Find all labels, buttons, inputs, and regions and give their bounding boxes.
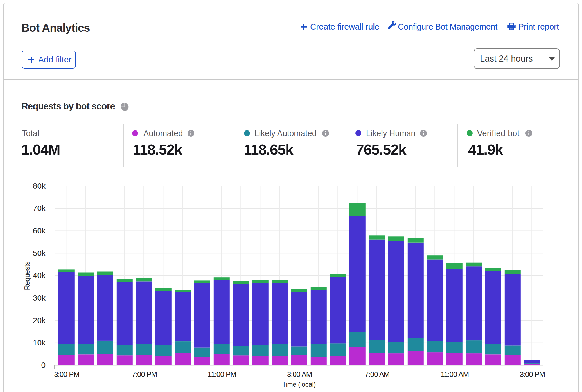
svg-text:7:00 AM: 7:00 AM (365, 370, 389, 379)
svg-text:3:00 PM: 3:00 PM (54, 370, 79, 379)
svg-text:3:00 PM: 3:00 PM (520, 370, 545, 379)
svg-text:7:00 PM: 7:00 PM (132, 370, 157, 379)
svg-text:0: 0 (41, 361, 46, 370)
svg-text:Time (local): Time (local) (282, 380, 316, 388)
svg-text:10k: 10k (33, 338, 46, 347)
svg-text:30k: 30k (33, 294, 46, 302)
svg-text:50k: 50k (33, 249, 46, 258)
svg-text:11:00 PM: 11:00 PM (208, 370, 236, 379)
svg-text:80k: 80k (33, 182, 46, 190)
svg-text:60k: 60k (33, 226, 46, 235)
svg-text:20k: 20k (33, 316, 46, 325)
svg-text:70k: 70k (33, 204, 46, 213)
svg-text:Requests: Requests (23, 262, 31, 290)
svg-text:3:00 AM: 3:00 AM (287, 370, 312, 379)
svg-text:11:00 AM: 11:00 AM (441, 370, 469, 379)
svg-text:40k: 40k (33, 271, 46, 280)
